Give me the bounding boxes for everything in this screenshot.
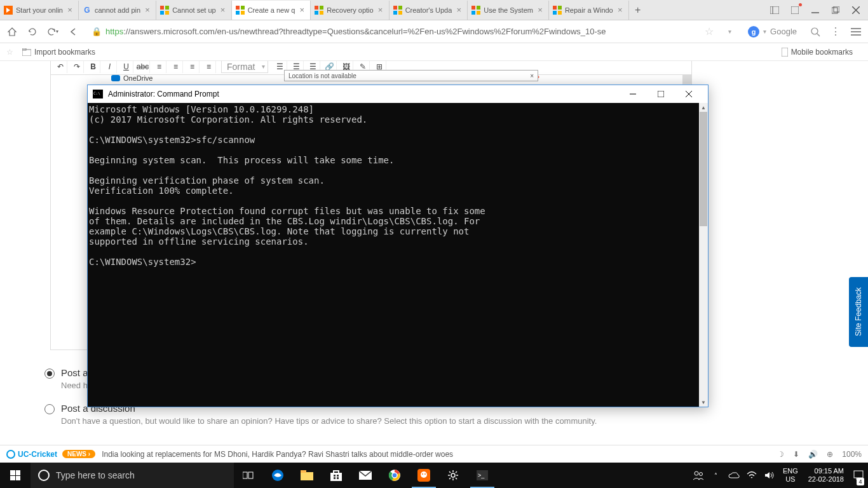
scroll-down-icon[interactable]: ▼ [699,398,708,407]
tab-0[interactable]: Start your onlin × [0,1,79,20]
taskbar-search[interactable]: Type here to search [31,463,234,488]
svg-rect-46 [243,472,247,478]
wifi-icon[interactable] [745,463,759,488]
clock[interactable]: 09:15 AM 22-02-2018 [804,467,848,484]
close-icon[interactable]: × [454,6,463,15]
underline-button[interactable]: U [119,61,133,73]
undo-icon[interactable]: ▾ [46,25,60,39]
scroll-thumb[interactable] [700,112,707,226]
zoom-icon[interactable]: ⊕ [827,450,833,459]
tab-4[interactable]: Recovery optio × [311,1,389,20]
italic-button[interactable]: I [103,61,117,73]
tab-7[interactable]: Repair a Windo × [549,1,629,20]
close-icon[interactable]: × [536,6,545,15]
tab-title: Creator's Upda [405,6,452,14]
align-left-button[interactable]: ≡ [153,61,166,73]
store-icon[interactable] [322,463,351,488]
close-icon[interactable]: × [616,6,625,15]
svg-rect-10 [320,6,323,10]
news-headline[interactable]: India looking at replacements for MS Dho… [102,450,453,459]
bookmark-star-icon[interactable]: ☆ [6,48,13,57]
tab-1[interactable]: G cannot add pin × [79,1,156,20]
close-icon[interactable]: × [297,6,306,15]
svg-rect-50 [301,470,306,473]
explorer-icon[interactable] [292,463,322,488]
tab-3[interactable]: Create a new q × [232,1,311,20]
language-indicator[interactable]: ENG US [780,467,801,484]
cmd-titlebar[interactable]: Administrator: Command Prompt [88,85,708,103]
format-dropdown[interactable]: Format [221,61,268,73]
close-icon[interactable]: × [219,6,227,15]
reload-icon[interactable] [25,25,39,39]
svg-rect-16 [398,11,402,15]
close-icon[interactable]: × [376,6,385,15]
onedrive-tray-icon[interactable] [727,463,741,488]
tab-2[interactable]: Cannot set up × [156,1,232,20]
cmd-taskbar-icon[interactable]: >_ [468,463,497,488]
settings-icon[interactable] [438,463,468,488]
maximize-icon[interactable] [830,4,841,16]
strike-button[interactable]: abc [136,61,150,73]
back-icon[interactable] [66,25,80,39]
mail-icon[interactable] [351,463,380,488]
news-pill[interactable]: NEWS › [62,450,95,458]
url-input[interactable]: 🔒 https://answers.microsoft.com/en-us/ne… [86,23,696,41]
download-icon[interactable]: ⬇ [793,450,799,459]
maximize-button[interactable] [647,85,675,103]
star-icon[interactable]: ☆ [702,25,716,39]
cmd-output[interactable]: Microsoft Windows [Version 10.0.16299.24… [88,103,699,407]
tab-5[interactable]: Creator's Upda × [390,1,468,20]
chrome-icon[interactable] [380,463,409,488]
uc-cricket-badge[interactable]: UC-Cricket [6,450,57,459]
volume-icon[interactable]: 🔊 [808,450,818,459]
edge-icon[interactable] [263,463,292,488]
chevron-down-icon[interactable]: ▾ [722,25,736,39]
menu-icon[interactable] [849,25,863,39]
tab-6[interactable]: Use the System × [468,1,549,20]
search-engine-box[interactable]: g ▾ Google [743,26,802,37]
start-button[interactable] [0,463,31,488]
svg-point-63 [424,473,426,475]
new-tab-button[interactable]: + [629,1,647,19]
uc-browser-icon[interactable] [409,463,438,488]
people-icon[interactable] [691,463,705,488]
scroll-up-icon[interactable]: ▲ [699,103,708,112]
align-right-button[interactable]: ≡ [186,61,200,73]
more-icon[interactable]: ⋮ [829,25,843,39]
svg-rect-18 [477,6,480,10]
svg-rect-4 [165,11,169,15]
close-icon[interactable] [850,4,862,16]
sidebar-icon[interactable] [769,4,780,16]
svg-point-59 [392,473,397,478]
minimize-icon[interactable] [810,4,821,16]
extensions-icon[interactable] [789,4,801,16]
minimize-button[interactable] [619,85,647,103]
align-center-button[interactable]: ≡ [169,61,183,73]
home-icon[interactable] [5,25,19,39]
tray-expand-icon[interactable]: ˄ [709,463,723,488]
moon-icon[interactable]: ☽ [777,450,784,459]
close-icon[interactable]: × [143,6,152,15]
close-button[interactable] [675,85,703,103]
cmd-scrollbar[interactable]: ▲ ▼ [699,103,708,407]
browser-tab-strip: Start your onlin × G cannot add pin × Ca… [0,0,868,20]
mobile-bookmarks-button[interactable]: Mobile bookmarks [782,48,853,57]
google-badge-icon: g [748,26,759,37]
radio-icon [44,369,55,379]
svg-rect-2 [165,6,169,10]
import-bookmarks-button[interactable]: Import bookmarks [22,48,95,57]
search-icon[interactable] [808,25,822,39]
task-view-icon[interactable] [234,463,263,488]
close-icon[interactable]: × [530,72,534,79]
volume-tray-icon[interactable] [763,463,776,488]
close-icon[interactable]: × [65,6,74,15]
site-feedback-tab[interactable]: Site Feedback [849,277,868,347]
tab-title: Recovery optio [327,6,373,14]
svg-rect-30 [834,6,839,12]
notifications-icon[interactable] [851,463,865,488]
redo-button[interactable]: ↷ [70,61,84,73]
undo-button[interactable]: ↶ [53,61,67,73]
svg-rect-27 [791,6,799,14]
bold-button[interactable]: B [86,61,100,73]
align-justify-button[interactable]: ≡ [202,61,216,73]
